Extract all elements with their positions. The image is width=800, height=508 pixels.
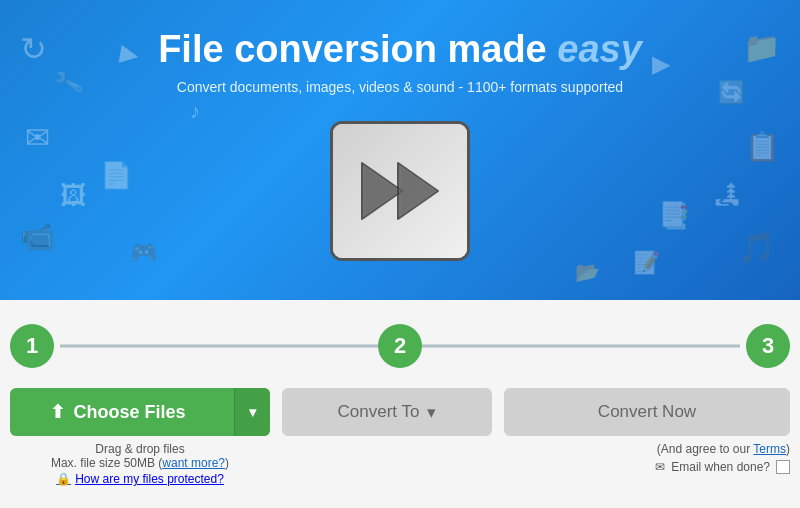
choose-files-label: Choose Files [73, 402, 185, 423]
want-more-link[interactable]: want more? [162, 456, 225, 470]
fi-gamepad-icon: 🎮 [130, 240, 157, 266]
email-label: Email when done? [671, 460, 770, 474]
choose-files-button[interactable]: ⬆ Choose Files ▾ [10, 388, 270, 436]
hero-title-plain: File conversion made [158, 28, 557, 70]
choose-files-main[interactable]: ⬆ Choose Files [10, 388, 226, 436]
fi-video-icon: 📹 [20, 220, 55, 253]
terms-prefix: (And agree to our [657, 442, 754, 456]
fi-refresh-icon: ↻ [20, 30, 47, 68]
max-size-label: Max. file size 50MB ( [51, 456, 162, 470]
fi-copy-icon: 📑 [658, 200, 690, 231]
convert-info: (And agree to our Terms) ✉ Email when do… [270, 442, 790, 486]
dropdown-chevron-icon: ▾ [249, 404, 256, 420]
hero-section: ↻ 🔧 ✉ 🖼 📹 ▶ 📄 🎮 📁 🔄 📋 🏞 🎵 ▶ 📑 📝 ♪ 📂 File… [0, 0, 800, 300]
fi-refresh2-icon: 🔄 [718, 80, 745, 106]
fi-play-icon: ▶ [118, 39, 141, 70]
choose-info: Drag & drop files Max. file size 50MB (w… [10, 442, 270, 486]
steps-row: 1 2 3 [10, 324, 790, 368]
protected-link[interactable]: How are my files protected? [75, 472, 224, 486]
protected-section: 🔒 How are my files protected? [10, 472, 270, 486]
fi-doc-icon: 📄 [100, 160, 132, 191]
hero-title-emphasis: easy [557, 28, 642, 70]
terms-line: (And agree to our Terms) [657, 442, 790, 456]
logo-svg [350, 151, 450, 231]
upload-icon: ⬆ [50, 401, 65, 423]
email-checkbox[interactable] [776, 460, 790, 474]
app-logo [330, 121, 470, 261]
step-2-bubble: 2 [378, 324, 422, 368]
fi-folder-icon: 📁 [743, 30, 780, 65]
convert-to-button[interactable]: Convert To ▾ [282, 388, 492, 436]
fi-play2-icon: ▶ [652, 50, 670, 78]
step-1-bubble: 1 [10, 324, 54, 368]
step-3-bubble: 3 [746, 324, 790, 368]
hero-subtitle: Convert documents, images, videos & soun… [177, 79, 623, 95]
email-icon: ✉ [655, 460, 665, 474]
play-arrows [350, 151, 450, 231]
size-text: Max. file size 50MB (want more?) [10, 456, 270, 470]
terms-suffix: ) [786, 442, 790, 456]
fi-music-icon: 🎵 [738, 230, 775, 265]
convert-to-label: Convert To [338, 402, 420, 422]
info-section: Drag & drop files Max. file size 50MB (w… [10, 442, 790, 486]
drag-drop-text: Drag & drop files [10, 442, 270, 456]
hero-title: File conversion made easy [158, 28, 642, 71]
fi-wrench-icon: 🔧 [52, 67, 85, 99]
max-size-end: ) [225, 456, 229, 470]
fi-picture-icon: 🏞 [714, 180, 740, 211]
fi-email-icon: ✉ [25, 120, 50, 155]
terms-link[interactable]: Terms [753, 442, 786, 456]
fi-file-icon: 📂 [575, 260, 600, 284]
buttons-row: ⬆ Choose Files ▾ Convert To ▾ Convert No… [10, 388, 790, 436]
fi-music2-icon: ♪ [190, 100, 200, 123]
lock-icon: 🔒 [56, 472, 71, 486]
convert-now-label: Convert Now [598, 402, 696, 422]
choose-files-dropdown-arrow[interactable]: ▾ [234, 388, 270, 436]
email-line: ✉ Email when done? [655, 460, 790, 474]
convert-now-button[interactable]: Convert Now [504, 388, 790, 436]
bottom-section: 1 2 3 ⬆ Choose Files ▾ Convert To ▾ Conv… [0, 300, 800, 508]
fi-note-icon: 📝 [633, 250, 660, 276]
fi-clipboard-icon: 📋 [745, 130, 780, 163]
fi-image-icon: 🖼 [60, 180, 86, 211]
convert-to-arrow-icon: ▾ [427, 402, 436, 423]
